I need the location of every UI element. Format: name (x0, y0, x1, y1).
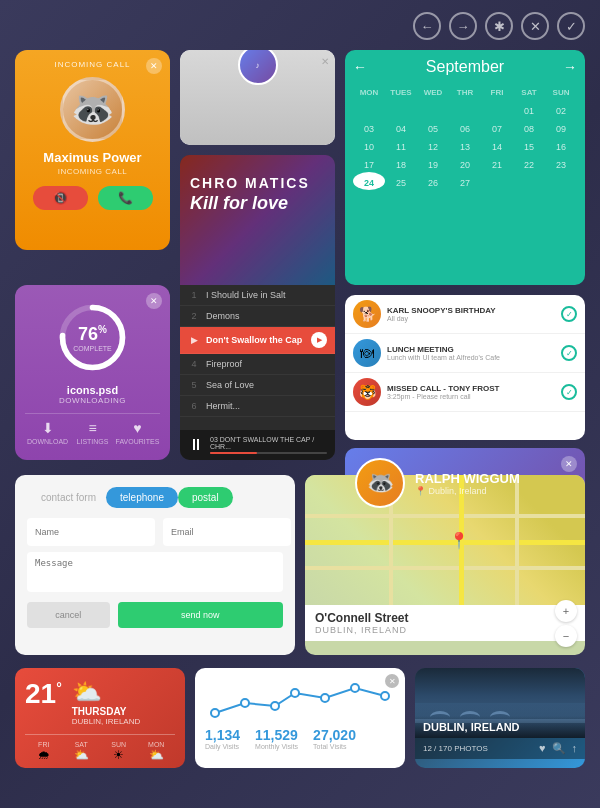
decline-button[interactable]: 📵 (33, 186, 88, 210)
form-tab-postal[interactable]: postal (178, 487, 233, 508)
cancel-button[interactable]: cancel (27, 602, 110, 628)
download-status: DOWNLOADING (59, 396, 126, 405)
svg-point-3 (241, 699, 249, 707)
track-title-1: I Should Live in Salt (206, 290, 327, 300)
top-navigation: ← → ✱ ✕ ✓ (413, 12, 585, 40)
call-close-button[interactable]: ✕ (146, 58, 162, 74)
photo-count: 12 / 170 PHOTOS (423, 744, 488, 753)
album-title: Kill for love (190, 193, 288, 214)
photo-background: DUBLIN, IRELAND (415, 668, 585, 738)
form-tab-telephone[interactable]: telephone (106, 487, 178, 508)
bottom-progress-bar[interactable] (210, 452, 327, 454)
event-title-tony: MISSED CALL - TONY FROST (387, 384, 555, 393)
event-check-birthday[interactable]: ✓ (561, 306, 577, 322)
track-num-1: 1 (188, 290, 200, 300)
event-title-lunch: LUNCH MEETING (387, 345, 555, 354)
calendar-header: ← September → (353, 58, 577, 76)
photo-overlay: DUBLIN, IRELAND (415, 716, 585, 738)
track-item-1[interactable]: 1 I Should Live in Salt (180, 285, 335, 306)
weather-forecast: FRI 🌧 SAT ⛅ SUN ☀ MON ⛅ (25, 734, 175, 762)
event-check-tony[interactable]: ✓ (561, 384, 577, 400)
track-item-6[interactable]: 6 Hermit... (180, 396, 335, 417)
event-sub-birthday: All day (387, 315, 555, 322)
track-list: 1 I Should Live in Salt 2 Demons ▶ Don't… (180, 285, 335, 417)
svg-point-7 (351, 684, 359, 692)
form-action-buttons: cancel send now (27, 602, 283, 628)
now-playing-track: 03 DON'T SWALLOW THE CAP / CHR... (210, 436, 327, 450)
track-item-3[interactable]: ▶ Don't Swallow the Cap ▶ (180, 327, 335, 354)
message-textarea[interactable] (27, 552, 283, 592)
photo-card: ✕ DUBLIN, IRELAND 12 / 170 PHOTOS ♥ 🔍 ↑ (415, 668, 585, 768)
calendar-week-1: 01 02 (353, 100, 577, 118)
bottom-play-button[interactable]: ⏸ (188, 436, 204, 454)
calendar-prev-button[interactable]: ← (353, 59, 367, 75)
music-player-full: CHRO MATICS Kill for love 1 I Should Liv… (180, 155, 335, 460)
download-action-listings[interactable]: ≡ LISTINGS (70, 420, 115, 445)
map-action-buttons: + − (555, 600, 577, 647)
event-item-tony[interactable]: 🐯 MISSED CALL - TONY FROST 3:25pm - Plea… (345, 373, 585, 412)
form-name-email-row (27, 518, 283, 546)
svg-point-5 (291, 689, 299, 697)
download-action-download[interactable]: ⬇ DOWNLOAD (25, 420, 70, 445)
event-sub-tony: 3:25pm - Please return call (387, 393, 555, 400)
map-zoom-out-button[interactable]: − (555, 625, 577, 647)
forecast-mon-icon: ⛅ (138, 748, 176, 762)
nav-back-button[interactable]: ← (413, 12, 441, 40)
calendar-next-button[interactable]: → (563, 59, 577, 75)
track-title-2: Demons (206, 311, 327, 321)
stat-monthly-value: 11,529 (255, 727, 298, 743)
track-item-2[interactable]: 2 Demons (180, 306, 335, 327)
track-title-5: Sea of Love (206, 380, 327, 390)
photo-search-button[interactable]: 🔍 (552, 742, 566, 755)
track-item-4[interactable]: 4 Fireproof (180, 354, 335, 375)
photo-bottom-bar: 12 / 170 PHOTOS ♥ 🔍 ↑ (415, 738, 585, 759)
incoming-call-card: ✕ INCOMING CALL 🦝 Maximus Power INCOMING… (15, 50, 170, 250)
name-input[interactable] (27, 518, 155, 546)
map-zoom-in-button[interactable]: + (555, 600, 577, 622)
progress-complete-label: COMPLETE (73, 345, 112, 352)
photo-share-button[interactable]: ↑ (572, 742, 578, 755)
caller-subtitle: INCOMING CALL (58, 167, 128, 176)
stat-total: 27,020 Total Visits (313, 727, 356, 750)
track-play-button-3[interactable]: ▶ (311, 332, 327, 348)
photo-city-name: DUBLIN, IRELAND (423, 721, 577, 733)
bottom-progress-fill (210, 452, 257, 454)
send-button[interactable]: send now (118, 602, 283, 628)
caller-emoji: 🦝 (71, 89, 115, 130)
event-text-tony: MISSED CALL - TONY FROST 3:25pm - Please… (387, 384, 555, 400)
nav-forward-button[interactable]: → (449, 12, 477, 40)
stats-numbers: 1,134 Daily Visits 11,529 Monthly Visits… (205, 727, 395, 750)
track-item-5[interactable]: 5 Sea of Love (180, 375, 335, 396)
svg-point-4 (271, 702, 279, 710)
download-card: ✕ 76% COMPLETE icons.psd DOWNLOADING ⬇ D… (15, 285, 170, 460)
download-action-favourites[interactable]: ♥ FAVOURITES (115, 420, 160, 445)
forecast-mon-label: MON (138, 741, 176, 748)
nav-close-button[interactable]: ✕ (521, 12, 549, 40)
event-item-birthday[interactable]: 🐕 KARL SNOOPY'S BIRTHDAY All day ✓ (345, 295, 585, 334)
track-num-5: 5 (188, 380, 200, 390)
nav-settings-button[interactable]: ✱ (485, 12, 513, 40)
event-check-lunch[interactable]: ✓ (561, 345, 577, 361)
accept-button[interactable]: 📞 (98, 186, 153, 210)
nav-confirm-button[interactable]: ✓ (557, 12, 585, 40)
download-icon: ⬇ (42, 420, 54, 436)
forecast-sat-label: SAT (63, 741, 101, 748)
music-bottom-bar: ⏸ 03 DON'T SWALLOW THE CAP / CHR... (180, 430, 335, 460)
forecast-fri: FRI 🌧 (25, 741, 63, 762)
track-num-6: 6 (188, 401, 200, 411)
track-num-2: 2 (188, 311, 200, 321)
event-item-lunch[interactable]: 🍽 LUNCH MEETING Lunch with UI team at Al… (345, 334, 585, 373)
weather-card: 21° ⛅ THURSDAY DUBLIN, IRELAND FRI 🌧 SAT… (15, 668, 185, 768)
favourites-label: FAVOURITES (116, 438, 160, 445)
incoming-call-label: INCOMING CALL (54, 60, 130, 69)
weather-current: 21° ⛅ THURSDAY DUBLIN, IRELAND (25, 678, 175, 726)
form-tabs: contact form telephone postal (27, 487, 283, 508)
email-input[interactable] (163, 518, 291, 546)
music-close-button[interactable]: ✕ (321, 56, 329, 67)
download-close-button[interactable]: ✕ (146, 293, 162, 309)
calendar-week-4: 17 18 19 20 21 22 23 (353, 154, 577, 172)
profile-close-button[interactable]: ✕ (561, 456, 577, 472)
progress-text: 76% COMPLETE (73, 324, 112, 352)
calendar-month-title: September (367, 58, 563, 76)
photo-heart-button[interactable]: ♥ (539, 742, 546, 755)
